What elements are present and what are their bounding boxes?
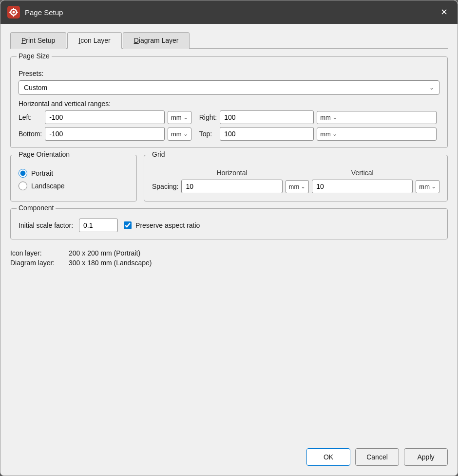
top-label: Top: <box>194 130 217 138</box>
v-unit-value: mm <box>419 183 430 190</box>
portrait-radio[interactable] <box>19 169 27 178</box>
icon-layer-info-key: Icon layer: <box>10 249 69 257</box>
tab-bar: Print Setup Icon Layer Diagram Layer <box>10 32 448 49</box>
tab-print-setup[interactable]: Print Setup <box>10 32 66 49</box>
title-bar: Page Setup ✕ <box>0 0 458 24</box>
ranges-grid: Left: mm ⌄ Right: mm ⌄ Bottom: <box>19 110 439 141</box>
diagram-layer-info-row: Diagram layer: 300 x 180 mm (Landscape) <box>10 259 448 267</box>
bottom-input[interactable] <box>45 127 165 141</box>
h-unit-select[interactable]: mm ⌄ <box>286 180 309 193</box>
right-unit-select[interactable]: mm ⌄ <box>317 111 437 124</box>
app-icon <box>7 6 20 18</box>
chevron-down-icon: ⌄ <box>183 130 188 137</box>
preserve-checkbox[interactable] <box>124 221 132 229</box>
bottom-unit-value: mm <box>171 130 182 138</box>
info-section: Icon layer: 200 x 200 mm (Portrait) Diag… <box>10 249 448 267</box>
horizontal-header: Horizontal <box>181 169 282 177</box>
chevron-down-icon: ⌄ <box>332 114 337 121</box>
top-unit-select[interactable]: mm ⌄ <box>317 128 437 141</box>
h-unit-value: mm <box>289 183 300 190</box>
presets-label: Presets: <box>19 70 439 77</box>
vertical-header: Vertical <box>312 169 413 177</box>
v-unit-select[interactable]: mm ⌄ <box>416 180 439 193</box>
diagram-layer-info-value: 300 x 180 mm (Landscape) <box>69 259 152 267</box>
dialog-body: Print Setup Icon Layer Diagram Layer Pag… <box>0 24 458 441</box>
page-size-label: Page Size <box>17 52 52 60</box>
presets-dropdown[interactable]: Custom ⌄ <box>19 80 439 95</box>
page-setup-dialog: Page Setup ✕ Print Setup Icon Layer Diag… <box>0 0 458 476</box>
component-label: Component <box>17 204 56 212</box>
middle-row: Page Orientation Portrait Landscape Grid <box>10 155 448 201</box>
top-unit-value: mm <box>320 130 331 138</box>
top-input[interactable] <box>220 127 314 141</box>
svg-point-2 <box>13 11 15 14</box>
landscape-row: Landscape <box>19 182 129 190</box>
preserve-label: Preserve aspect ratio <box>135 221 200 229</box>
component-row: Initial scale factor: Preserve aspect ra… <box>19 219 439 232</box>
icon-layer-info-value: 200 x 200 mm (Portrait) <box>69 249 140 257</box>
tab-icon-layer[interactable]: Icon Layer <box>67 32 121 49</box>
page-orientation-group: Page Orientation Portrait Landscape <box>10 155 137 201</box>
landscape-radio[interactable] <box>19 182 27 190</box>
cancel-button[interactable]: Cancel <box>355 448 399 466</box>
diagram-layer-info-key: Diagram layer: <box>10 259 69 267</box>
left-input[interactable] <box>45 110 165 124</box>
close-button[interactable]: ✕ <box>438 7 451 18</box>
scale-input[interactable] <box>79 219 118 232</box>
portrait-row: Portrait <box>19 169 129 178</box>
landscape-label: Landscape <box>31 182 65 190</box>
preserve-wrapper: Preserve aspect ratio <box>124 221 200 229</box>
tab-content: Page Size Presets: Custom ⌄ Horizontal a… <box>10 49 448 434</box>
orientation-label: Page Orientation <box>17 150 72 158</box>
grid-label: Grid <box>150 150 167 158</box>
dialog-title: Page Setup <box>25 8 63 17</box>
dialog-footer: OK Cancel Apply <box>0 441 458 476</box>
grid-group: Grid Horizontal Vertical Spacing: mm ⌄ <box>144 155 448 201</box>
page-size-group: Page Size Presets: Custom ⌄ Horizontal a… <box>10 56 448 148</box>
presets-section: Presets: Custom ⌄ <box>19 68 439 95</box>
tab-diagram-layer[interactable]: Diagram Layer <box>123 32 190 49</box>
chevron-down-icon: ⌄ <box>301 183 305 190</box>
icon-layer-info-row: Icon layer: 200 x 200 mm (Portrait) <box>10 249 448 257</box>
title-bar-left: Page Setup <box>7 6 63 18</box>
chevron-down-icon: ⌄ <box>183 114 188 121</box>
ranges-label: Horizontal and vertical ranges: <box>19 100 439 108</box>
portrait-label: Portrait <box>31 169 53 177</box>
apply-button[interactable]: Apply <box>404 448 448 466</box>
ok-button[interactable]: OK <box>306 448 350 466</box>
h-spacing-input[interactable] <box>181 180 282 193</box>
spacing-label: Spacing: <box>152 183 178 190</box>
v-spacing-input[interactable] <box>312 180 413 193</box>
bottom-label: Bottom: <box>19 130 42 138</box>
presets-value: Custom <box>24 84 47 92</box>
component-group: Component Initial scale factor: Preserve… <box>10 208 448 239</box>
right-unit-value: mm <box>320 114 331 121</box>
right-input[interactable] <box>220 110 314 124</box>
left-unit-select[interactable]: mm ⌄ <box>168 111 191 124</box>
left-label: Left: <box>19 113 42 121</box>
chevron-down-icon: ⌄ <box>332 130 337 137</box>
right-label: Right: <box>194 113 217 121</box>
left-unit-value: mm <box>171 114 182 121</box>
scale-label: Initial scale factor: <box>19 221 73 229</box>
bottom-unit-select[interactable]: mm ⌄ <box>168 128 191 141</box>
chevron-down-icon: ⌄ <box>429 84 434 91</box>
chevron-down-icon: ⌄ <box>431 183 436 190</box>
